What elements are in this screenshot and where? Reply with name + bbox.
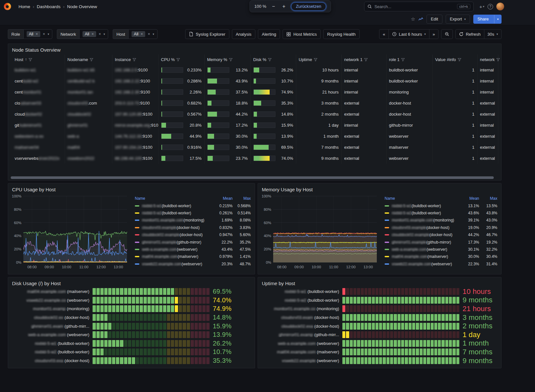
time-zoom-out-button[interactable] — [441, 29, 453, 39]
legend-series-name[interactable]: nixbld-5-w1 (buildbot-worker) — [135, 204, 212, 208]
scrollbar-thumb[interactable] — [11, 176, 494, 179]
refresh-button[interactable]: Refresh — [455, 29, 484, 39]
legend-series-name[interactable]: vsweb22.example.com (webserver) — [385, 262, 458, 266]
legend-series-name[interactable]: nixbld-5-w1 (buildbot-worker) — [385, 204, 458, 208]
star-button[interactable]: ☆ — [411, 16, 415, 22]
legend-series-name[interactable]: ghmirror01.example (github-mirror) — [135, 240, 212, 245]
filter-value-box[interactable]: All××▾ — [23, 29, 52, 39]
time-shift-forward-button[interactable]: » — [429, 29, 439, 39]
column-header-network-1[interactable]: network 1 — [341, 55, 386, 64]
filter-funnel-icon[interactable] — [229, 58, 233, 61]
dashboard-link-alerting[interactable]: Alerting — [258, 29, 280, 39]
time-shift-back-button[interactable]: « — [379, 29, 389, 39]
legend-col-mean[interactable]: Mean — [458, 196, 479, 201]
table-row[interactable]: cloudserver03cloudsrv03.com203.0.113.73:… — [12, 97, 498, 108]
breadcrumb-item-node-overview[interactable]: Node Overview — [66, 4, 99, 9]
legend-col-name[interactable]: Name — [385, 196, 458, 201]
table-row[interactable]: centmonitor01monitor01.lan192.168.2.30:9… — [12, 86, 498, 97]
panel-title[interactable]: Memory Usage by Host — [262, 187, 497, 192]
breadcrumb-item-dashboards[interactable]: Dashboards — [35, 4, 62, 9]
horizontal-scrollbar[interactable] — [11, 176, 499, 179]
chevron-down-icon[interactable]: ▾ — [153, 32, 154, 36]
legend-col-mean[interactable]: Mean — [212, 196, 233, 201]
chevron-down-icon[interactable]: ▾ — [494, 15, 501, 23]
legend-series-name[interactable]: vsweb22.example.com (webserver) — [135, 262, 212, 266]
chevron-down-icon[interactable]: ▾ — [104, 32, 105, 36]
table-row[interactable]: clouddocker02clouddock02157.90.120.89:91… — [12, 108, 498, 120]
refresh-interval-picker[interactable]: 30s ▾ — [484, 29, 502, 39]
new-button[interactable]: +▾ — [479, 4, 484, 9]
column-header-disk[interactable]: Disk % — [250, 55, 296, 64]
filter-value-box[interactable]: All××▾ — [128, 29, 157, 39]
legend-series-name[interactable]: nixbld-5-w2 (buildbot-worker) — [135, 211, 212, 215]
legend-col-max[interactable]: Max — [233, 196, 251, 201]
memory-usage-chart[interactable]: 0%20%40%60%80%100%08:0009:0010:0011:0012… — [262, 194, 379, 272]
legend-series-name[interactable]: mail04.example.com (mailserver) — [135, 254, 212, 259]
panel-title[interactable]: Uptime by Host — [262, 281, 497, 286]
legend-series-name[interactable]: monitor01.example.com (monitoring) — [135, 218, 212, 222]
search-input[interactable]: Search... ctrl+k — [364, 2, 474, 11]
help-icon[interactable]: ? — [488, 4, 493, 9]
column-header-value-info[interactable]: Value #info — [432, 55, 477, 64]
column-header-memory[interactable]: Memory % — [204, 55, 250, 64]
zoom-increase-button[interactable]: + — [281, 4, 287, 9]
column-header-uptime[interactable]: Uptime — [296, 55, 341, 64]
table-row[interactable]: centbuild-w2centbuild-w2 b192.168.2.22:9… — [12, 75, 498, 86]
legend-series-name[interactable]: cloudsrv03.example (docker-host) — [135, 225, 212, 230]
dashboard-link-rsyslog-health[interactable]: Rsyslog Health — [323, 29, 359, 39]
table-row[interactable]: githubmirror01ghmirror01mirror.example.o… — [12, 120, 498, 131]
filter-clear-icon[interactable]: × — [43, 32, 45, 36]
breadcrumb-item-home[interactable]: Home — [17, 4, 32, 9]
table-row[interactable]: buildsrv-w1buildsrv-w1 b5192.168.2.5:910… — [12, 64, 498, 75]
dashboard-link-analysis[interactable]: Analysis — [232, 29, 255, 39]
cpu-usage-chart[interactable]: 0%20%40%60%80%100%08:0009:0010:0011:0012… — [12, 194, 130, 272]
filter-funnel-icon[interactable] — [176, 58, 180, 61]
zoom-reset-button[interactable]: Zurücksetzen — [291, 2, 326, 11]
column-header-network[interactable]: network — [477, 55, 498, 64]
filter-chip[interactable]: All× — [27, 31, 40, 37]
legend-col-name[interactable]: Name — [135, 196, 212, 201]
filter-chip-remove-icon[interactable]: × — [36, 32, 38, 36]
filter-value-box[interactable]: All××▾ — [79, 29, 108, 39]
filter-funnel-icon[interactable] — [29, 58, 32, 61]
filter-funnel-icon[interactable] — [458, 58, 461, 61]
filter-funnel-icon[interactable] — [496, 58, 500, 61]
filter-clear-icon[interactable]: × — [99, 32, 101, 36]
legend-series-name[interactable]: web-a.example.com (webserver) — [385, 247, 458, 252]
legend-series-name[interactable]: nixbld-5-w2 (buildbot-worker) — [385, 211, 458, 215]
time-range-picker[interactable]: Last 6 hours ▾ — [389, 29, 429, 39]
grafana-logo[interactable] — [4, 3, 11, 10]
filter-funnel-icon[interactable] — [314, 58, 317, 61]
chevron-down-icon[interactable]: ▾ — [48, 32, 49, 36]
filter-funnel-icon[interactable] — [268, 58, 272, 61]
share-button[interactable]: Share ▾ — [473, 15, 502, 24]
insights-icon-button[interactable] — [418, 17, 423, 21]
column-header-cpu[interactable]: CPU % — [158, 55, 204, 64]
legend-series-name[interactable]: ghmirror01.example (github-mirror) — [385, 240, 458, 245]
panel-title[interactable]: Node Status Overview — [12, 47, 497, 53]
legend-col-max[interactable]: Max — [479, 196, 497, 201]
filter-clear-icon[interactable]: × — [148, 32, 150, 36]
legend-series-name[interactable]: web-a.example.com (webserver) — [135, 247, 212, 252]
legend-series-name[interactable]: clouddock02.example (docker-host) — [135, 233, 212, 237]
edit-button[interactable]: Edit — [427, 15, 442, 24]
column-header-role-1[interactable]: role 1 — [386, 55, 432, 64]
column-header-nodename[interactable]: Nodename — [65, 55, 112, 64]
legend-series-name[interactable]: monitor01.example.com (monitoring) — [385, 218, 458, 222]
table-row[interactable]: vserverwebserver2022xvswebsrv202288.198.… — [12, 153, 498, 164]
filter-chip[interactable]: All× — [132, 31, 145, 37]
filter-chip-remove-icon[interactable]: × — [92, 32, 94, 36]
table-row[interactable]: webextern-a exweb-a144.76.112.33:910044.… — [12, 131, 498, 142]
filter-chip-remove-icon[interactable]: × — [141, 32, 143, 36]
filter-funnel-icon[interactable] — [133, 58, 136, 61]
filter-chip[interactable]: All× — [83, 31, 96, 37]
panel-title[interactable]: CPU Usage by Host — [12, 187, 251, 192]
zoom-decrease-button[interactable]: − — [270, 4, 277, 9]
dashboard-link-syslog-explorer[interactable]: Syslog Explorer — [185, 29, 229, 39]
panel-title[interactable]: Disk Usage (/) by Host — [12, 281, 251, 286]
column-header-instance[interactable]: Instance — [112, 55, 158, 64]
legend-series-name[interactable]: cloudsrv03.example (docker-host) — [385, 225, 458, 230]
table-row[interactable]: mailserver04mail04157.90.154.24:91000.91… — [12, 142, 498, 153]
filter-funnel-icon[interactable] — [401, 58, 405, 61]
legend-series-name[interactable]: clouddock02.example (docker-host) — [385, 233, 458, 237]
